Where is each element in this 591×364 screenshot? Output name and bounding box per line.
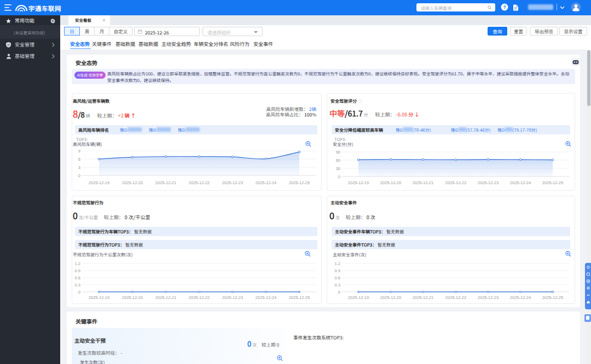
svg-text:2025-12-25: 2025-12-25 <box>542 180 563 185</box>
svg-text:2025-12-24: 2025-12-24 <box>510 180 531 185</box>
svg-text:2025-12-20: 2025-12-20 <box>122 295 143 300</box>
svg-text:2025-12-19: 2025-12-19 <box>348 295 369 300</box>
svg-text:60: 60 <box>336 158 340 163</box>
svg-text:9: 9 <box>78 149 80 154</box>
svg-text:1.2: 1.2 <box>335 261 340 266</box>
svg-text:2025-12-25: 2025-12-25 <box>289 295 310 300</box>
svg-text:2025-12-22: 2025-12-22 <box>445 295 466 300</box>
svg-text:2025-12-25: 2025-12-25 <box>542 295 563 300</box>
svg-text:2025-12-19: 2025-12-19 <box>89 180 109 185</box>
svg-text:0: 0 <box>338 290 340 295</box>
svg-text:2025-12-20: 2025-12-20 <box>122 180 143 185</box>
svg-text:0.6: 0.6 <box>335 275 340 280</box>
svg-text:1.2: 1.2 <box>75 261 80 266</box>
svg-text:2025-12-19: 2025-12-19 <box>348 180 369 185</box>
svg-text:2025-12-22: 2025-12-22 <box>189 295 210 300</box>
svg-text:2025-12-24: 2025-12-24 <box>510 295 531 300</box>
svg-text:2025-12-19: 2025-12-19 <box>89 295 109 300</box>
svg-text:2025-12-24: 2025-12-24 <box>256 180 276 185</box>
svg-text:6: 6 <box>78 157 80 162</box>
svg-text:2025-12-22: 2025-12-22 <box>445 180 466 185</box>
svg-text:2025-12-23: 2025-12-23 <box>478 295 499 300</box>
svg-text:2025-12-20: 2025-12-20 <box>380 180 401 185</box>
svg-text:2025-12-21: 2025-12-21 <box>155 180 176 185</box>
svg-text:2025-12-21: 2025-12-21 <box>155 295 176 300</box>
svg-text:0: 0 <box>78 173 80 178</box>
svg-text:0.9: 0.9 <box>335 268 340 273</box>
svg-text:2025-12-25: 2025-12-25 <box>289 180 310 185</box>
svg-text:2025-12-21: 2025-12-21 <box>413 180 433 185</box>
svg-text:0.3: 0.3 <box>75 283 80 287</box>
svg-text:2025-12-21: 2025-12-21 <box>413 295 433 300</box>
svg-text:0: 0 <box>78 290 80 295</box>
svg-text:0.6: 0.6 <box>75 275 80 280</box>
svg-text:90: 90 <box>336 150 340 155</box>
svg-text:2025-12-22: 2025-12-22 <box>189 180 210 185</box>
svg-text:30: 30 <box>336 166 340 171</box>
svg-text:2025-12-20: 2025-12-20 <box>380 295 401 300</box>
svg-text:2025-12-23: 2025-12-23 <box>222 295 243 300</box>
svg-text:2025-12-24: 2025-12-24 <box>256 295 276 300</box>
svg-text:2025-12-23: 2025-12-23 <box>222 180 243 185</box>
svg-text:0.9: 0.9 <box>75 268 80 273</box>
svg-text:2025-12-23: 2025-12-23 <box>478 180 499 185</box>
svg-text:0.3: 0.3 <box>335 283 340 287</box>
svg-text:0: 0 <box>338 174 340 179</box>
svg-text:?: ? <box>503 4 506 10</box>
svg-text:3: 3 <box>78 165 80 170</box>
